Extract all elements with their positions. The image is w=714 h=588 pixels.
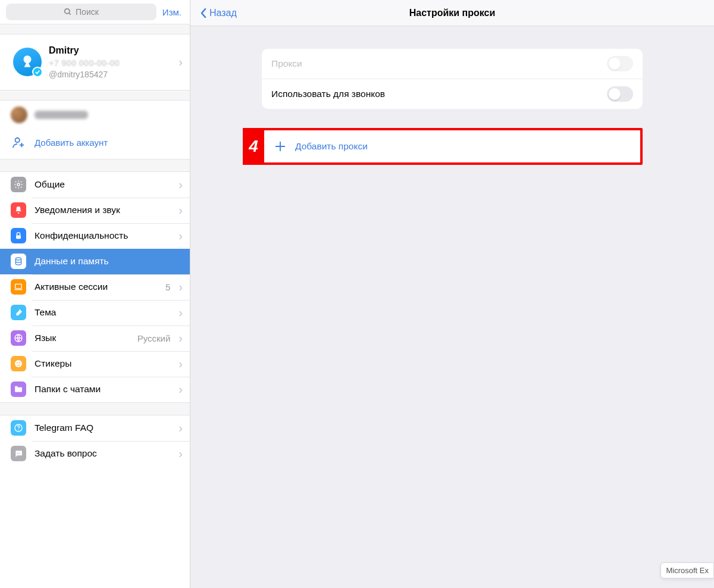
chevron-right-icon: › — [178, 383, 183, 396]
chevron-right-icon: › — [178, 229, 183, 243]
proxy-toggle-row: Прокси — [262, 49, 643, 79]
use-calls-toggle[interactable] — [607, 86, 633, 102]
proxy-label: Прокси — [271, 58, 302, 69]
chevron-right-icon: › — [178, 331, 183, 345]
menu-sessions[interactable]: Активные сессии 5 › — [0, 274, 190, 300]
search-placeholder: Поиск — [76, 7, 99, 17]
edit-button[interactable]: Изм. — [162, 7, 181, 17]
svg-point-5 — [17, 183, 20, 186]
menu-notifications[interactable]: Уведомления и звук › — [0, 198, 190, 223]
proxy-settings-card: Прокси Использовать для звонков — [262, 49, 643, 109]
menu-label: Стикеры — [35, 358, 170, 369]
database-icon — [11, 254, 26, 269]
profile-row[interactable]: Dmitry +7 900 000-00-00 @dmitry185427 › — [0, 35, 190, 90]
gear-icon — [11, 177, 26, 192]
search-input[interactable]: Поиск — [6, 4, 156, 20]
menu-label: Язык — [35, 333, 129, 343]
chevron-right-icon: › — [178, 421, 183, 435]
menu-label: Активные сессии — [35, 282, 157, 292]
add-account-icon — [11, 135, 26, 151]
add-proxy-label: Добавить прокси — [295, 141, 368, 152]
back-button[interactable]: Назад — [200, 8, 237, 18]
step-number-badge: 4 — [243, 128, 264, 165]
chevron-right-icon: › — [178, 280, 183, 294]
add-account-button[interactable]: Добавить аккаунт — [0, 129, 190, 159]
svg-point-15 — [18, 430, 18, 430]
menu-privacy[interactable]: Конфиденциальность › — [0, 223, 190, 249]
svg-point-17 — [18, 453, 18, 453]
svg-point-13 — [19, 362, 20, 364]
chevron-right-icon: › — [178, 306, 183, 320]
menu-label: Папки с чатами — [35, 384, 170, 395]
menu-general[interactable]: Общие › — [0, 172, 190, 198]
laptop-icon — [11, 279, 26, 295]
menu-theme[interactable]: Тема › — [0, 300, 190, 326]
menu-label: Telegram FAQ — [35, 423, 170, 433]
add-proxy-button[interactable]: Добавить прокси — [264, 130, 640, 162]
profile-info: Dmitry +7 900 000-00-00 @dmitry185427 — [49, 44, 171, 80]
main-panel: Назад Настройки прокси Прокси Использова… — [190, 0, 714, 588]
chat-icon — [11, 446, 26, 461]
svg-point-0 — [65, 9, 70, 14]
svg-line-1 — [69, 13, 71, 15]
chevron-right-icon: › — [178, 204, 183, 217]
topbar: Назад Настройки прокси — [190, 0, 714, 26]
profile-name: Dmitry — [49, 44, 171, 57]
verified-badge-icon — [32, 67, 43, 77]
profile-handle: @dmitry185427 — [49, 69, 171, 80]
language-value: Русский — [137, 333, 171, 343]
content: Прокси Использовать для звонков 4 Добави… — [190, 26, 714, 165]
svg-rect-6 — [16, 236, 21, 239]
section-divider — [0, 90, 190, 101]
svg-rect-8 — [15, 284, 22, 289]
plus-icon — [274, 140, 287, 153]
chevron-right-icon: › — [178, 357, 183, 371]
avatar — [13, 48, 42, 76]
menu-folders[interactable]: Папки с чатами › — [0, 377, 190, 402]
brush-icon — [11, 305, 26, 320]
menu-ask-question[interactable]: Задать вопрос › — [0, 441, 190, 467]
chevron-right-icon: › — [178, 55, 183, 69]
account-name-blurred — [35, 111, 88, 119]
menu-label: Данные и память — [35, 256, 183, 267]
menu-label: Конфиденциальность — [35, 230, 170, 241]
svg-point-2 — [15, 137, 20, 142]
menu-stickers[interactable]: Стикеры › — [0, 351, 190, 377]
question-icon — [11, 420, 26, 436]
back-label: Назад — [209, 8, 237, 18]
section-divider — [0, 24, 190, 35]
chevron-right-icon: › — [178, 447, 183, 461]
page-title: Настройки прокси — [190, 8, 714, 18]
globe-icon — [11, 330, 26, 346]
highlighted-step-box: 4 Добавить прокси — [262, 128, 643, 165]
chevron-right-icon: › — [178, 178, 183, 192]
notification-tooltip[interactable]: Microsoft Ex — [660, 562, 714, 578]
menu-faq[interactable]: Telegram FAQ › — [0, 415, 190, 441]
proxy-toggle[interactable] — [607, 56, 633, 71]
profile-phone-blurred: +7 900 000-00-00 — [49, 57, 171, 69]
svg-point-18 — [19, 453, 20, 453]
menu-label: Уведомления и звук — [35, 205, 170, 215]
svg-point-16 — [17, 453, 17, 453]
add-account-label: Добавить аккаунт — [35, 137, 108, 148]
use-calls-label: Использовать для звонков — [271, 89, 385, 99]
sticker-icon — [11, 356, 26, 371]
search-row: Поиск Изм. — [0, 0, 190, 24]
section-divider — [0, 402, 190, 415]
section-divider — [0, 159, 190, 172]
svg-point-11 — [15, 360, 22, 367]
menu-label: Задать вопрос — [35, 448, 170, 459]
menu-data-storage[interactable]: Данные и память — [0, 249, 190, 274]
secondary-account-row[interactable] — [0, 101, 190, 129]
use-calls-toggle-row: Использовать для звонков — [262, 79, 643, 109]
svg-point-12 — [17, 362, 18, 364]
sessions-count: 5 — [165, 282, 170, 292]
sidebar: Поиск Изм. Dmitry +7 900 000-00-00 @dmit… — [0, 0, 190, 588]
lock-icon — [11, 228, 26, 243]
folder-icon — [11, 381, 26, 397]
menu-label: Тема — [35, 307, 170, 318]
search-icon — [64, 8, 72, 16]
menu-label: Общие — [35, 179, 170, 190]
avatar-small — [11, 107, 27, 123]
menu-language[interactable]: Язык Русский › — [0, 326, 190, 351]
